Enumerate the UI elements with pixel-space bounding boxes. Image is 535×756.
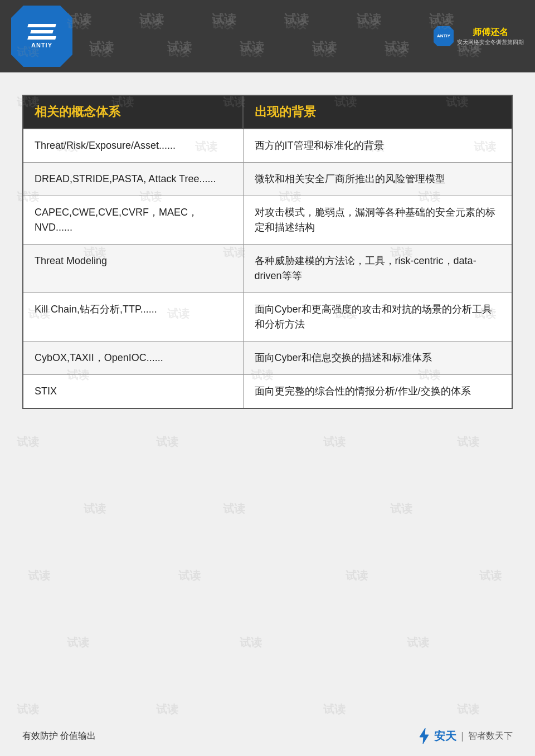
logo-lines	[28, 24, 56, 40]
wm-9: 试读	[167, 39, 192, 56]
footer-brand-name: 安天	[434, 729, 456, 744]
table-cell-col1: STIX	[23, 375, 243, 409]
col1-header: 相关的概念体系	[23, 95, 243, 129]
footer-divider: |	[461, 730, 464, 742]
wm-8: 试读	[89, 39, 114, 56]
table-cell-col2: 面向更完整的综合性的情报分析/作业/交换的体系	[243, 375, 512, 409]
wm-2: 试读	[139, 11, 164, 28]
page-watermark-47: 试读	[67, 635, 89, 650]
logo-line-1	[27, 24, 56, 27]
wm-3: 试读	[212, 11, 236, 28]
page-watermark-42: 试读	[390, 501, 412, 516]
svg-marker-0	[420, 728, 429, 744]
page-watermark-53: 试读	[457, 702, 479, 717]
page-watermark-48: 试读	[240, 635, 262, 650]
right-logo-sub: 安天网络安全冬训营第四期	[457, 38, 524, 46]
table-cell-col2: 对攻击模式，脆弱点，漏洞等各种基础的安全元素的标定和描述结构	[243, 196, 512, 245]
footer: 有效防护 价值输出 安天 | 智者数天下	[0, 727, 535, 745]
wm-12: 试读	[385, 39, 409, 56]
lightning-icon	[416, 727, 432, 745]
page-watermark-39: 试读	[457, 435, 479, 450]
logo-line-2	[30, 30, 54, 33]
page-watermark-43: 试读	[28, 568, 50, 583]
page-watermark-45: 试读	[346, 568, 368, 583]
page-watermark-52: 试读	[323, 702, 346, 717]
table-cell-col1: DREAD,STRIDE,PASTA, Attack Tree......	[23, 163, 243, 196]
footer-branding: 安天 | 智者数天下	[416, 727, 513, 745]
main-content: 相关的概念体系 出现的背景 Threat/Risk/Exposure/Asset…	[0, 72, 535, 420]
concepts-table: 相关的概念体系 出现的背景 Threat/Risk/Exposure/Asset…	[22, 95, 513, 409]
table-cell-col1: Kill Chain,钻石分析,TTP......	[23, 293, 243, 342]
table-row: CAPEC,CWE,CVE,CVRF，MAEC，NVD......对攻击模式，脆…	[23, 196, 512, 245]
page-watermark-46: 试读	[479, 568, 502, 583]
table-cell-col1: CybOX,TAXII，OpenIOC......	[23, 342, 243, 375]
table-cell-col1: Threat Modeling	[23, 245, 243, 293]
table-cell-col1: Threat/Risk/Exposure/Asset......	[23, 129, 243, 163]
right-logo-icon: ANTIY	[434, 26, 454, 46]
logo-line-3	[27, 36, 56, 40]
table-cell-col2: 各种威胁建模的方法论，工具，risk-centric，data-driven等等	[243, 245, 512, 293]
header: 试读 试读 试读 试读 试读 试读 试读 试读 试读 试读 试读 试读 试读 A…	[0, 0, 535, 72]
wm-10: 试读	[240, 39, 264, 56]
table-row: STIX面向更完整的综合性的情报分析/作业/交换的体系	[23, 375, 512, 409]
antiy-logo: ANTIY	[11, 6, 72, 67]
table-row: Threat Modeling各种威胁建模的方法论，工具，risk-centri…	[23, 245, 512, 293]
header-right-branding: ANTIY 师傅还名 安天网络安全冬训营第四期	[434, 26, 524, 46]
right-logo-main: 师傅还名	[457, 27, 524, 38]
page-watermark-40: 试读	[84, 501, 106, 516]
wm-5: 试读	[357, 11, 381, 28]
logo-label: ANTIY	[31, 42, 52, 48]
wm-6: 试读	[429, 11, 454, 28]
table-row: Threat/Risk/Exposure/Asset......西方的IT管理和…	[23, 129, 512, 163]
footer-tagline: 有效防护 价值输出	[22, 730, 96, 742]
table-row: DREAD,STRIDE,PASTA, Attack Tree......微软和…	[23, 163, 512, 196]
table-cell-col2: 面向Cyber和更高强度的攻击和对抗的场景的分析工具和分析方法	[243, 293, 512, 342]
page-watermark-49: 试读	[407, 635, 429, 650]
page-watermark-41: 试读	[223, 501, 245, 516]
wm-11: 试读	[312, 39, 337, 56]
page-watermark-51: 试读	[156, 702, 178, 717]
page-watermark-36: 试读	[17, 435, 39, 450]
page-watermark-38: 试读	[323, 435, 346, 450]
table-header-row: 相关的概念体系 出现的背景	[23, 95, 512, 129]
wm-4: 试读	[284, 11, 309, 28]
table-cell-col2: 西方的IT管理和标准化的背景	[243, 129, 512, 163]
table-cell-col1: CAPEC,CWE,CVE,CVRF，MAEC，NVD......	[23, 196, 243, 245]
page-watermark-37: 试读	[156, 435, 178, 450]
page-watermark-44: 试读	[178, 568, 201, 583]
table-row: CybOX,TAXII，OpenIOC......面向Cyber和信息交换的描述…	[23, 342, 512, 375]
col2-header: 出现的背景	[243, 95, 512, 129]
footer-brand-sub: 智者数天下	[468, 730, 513, 742]
page-watermark-50: 试读	[17, 702, 39, 717]
table-row: Kill Chain,钻石分析,TTP......面向Cyber和更高强度的攻击…	[23, 293, 512, 342]
table-cell-col2: 面向Cyber和信息交换的描述和标准体系	[243, 342, 512, 375]
table-cell-col2: 微软和相关安全厂商所推出的风险管理模型	[243, 163, 512, 196]
right-logo-text: 师傅还名 安天网络安全冬训营第四期	[457, 27, 524, 46]
